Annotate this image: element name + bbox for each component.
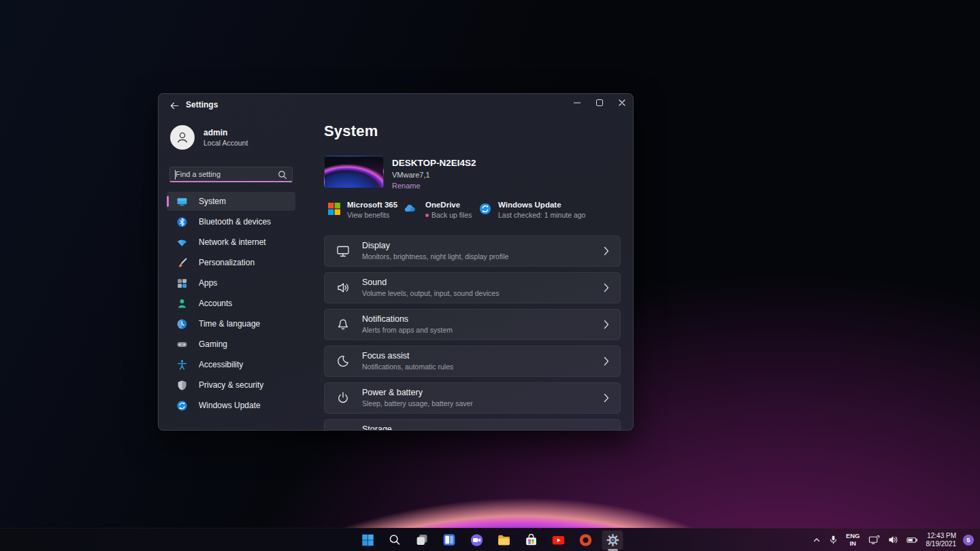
apps-icon <box>176 278 188 289</box>
personalization-icon <box>176 257 188 269</box>
task-view-button[interactable] <box>412 531 433 550</box>
folder-icon <box>496 533 511 548</box>
active-app-indicator <box>608 549 618 551</box>
device-name: DESKTOP-N2EI4S2 <box>392 158 476 168</box>
battery-icon <box>906 536 918 544</box>
sidebar-item-label: Time & language <box>199 319 260 329</box>
row-title: Focus assist <box>362 351 453 361</box>
taskbar-search-button[interactable] <box>385 531 406 550</box>
page-title: System <box>324 122 619 140</box>
account-type: Local Account <box>203 139 248 147</box>
volume-tray-button[interactable] <box>887 531 900 550</box>
time: 12:43 PM <box>926 532 957 540</box>
chevron-right-icon <box>604 430 609 431</box>
row-subtitle: Volume levels, output, input, sound devi… <box>362 289 499 298</box>
store-icon <box>523 533 538 548</box>
microsoft-store-button[interactable] <box>521 531 542 550</box>
card-title: Windows Update <box>498 201 585 209</box>
microsoft-365-card[interactable]: Microsoft 365 View benefits <box>328 201 397 219</box>
sidebar-item-windows-update[interactable]: Windows Update <box>167 396 295 415</box>
display-tray-button[interactable] <box>867 531 881 550</box>
settings-row-display[interactable]: Display Monitors, brightness, night ligh… <box>324 235 621 267</box>
settings-row-notifications[interactable]: Notifications Alerts from apps and syste… <box>324 309 621 340</box>
minimize-icon <box>574 99 581 106</box>
date: 8/19/2021 <box>926 540 957 548</box>
clock[interactable]: 12:43 PM8/19/2021 <box>925 531 958 550</box>
sidebar-item-accounts[interactable]: Accounts <box>167 294 295 313</box>
back-arrow-icon <box>169 101 180 111</box>
system-tray: ENGIN 12:43 PM8/19/2021 5 <box>811 529 977 551</box>
chevron-right-icon <box>604 283 609 293</box>
row-subtitle: Notifications, automatic rules <box>362 363 453 371</box>
sidebar-item-apps[interactable]: Apps <box>167 273 295 293</box>
sidebar-item-label: Windows Update <box>199 401 261 410</box>
start-button[interactable] <box>357 531 378 550</box>
back-button[interactable] <box>165 99 183 112</box>
sidebar-item-gaming[interactable]: Gaming <box>167 335 295 354</box>
account-button[interactable]: admin Local Account <box>170 125 293 150</box>
sidebar-item-privacy-security[interactable]: Privacy & security <box>167 375 295 395</box>
office-button[interactable] <box>575 531 596 550</box>
file-explorer-button[interactable] <box>493 531 514 550</box>
row-subtitle: Monitors, brightness, night light, displ… <box>362 252 508 261</box>
hidden-icons-button[interactable] <box>811 531 822 550</box>
microsoft-logo <box>328 203 340 215</box>
sidebar-item-network-internet[interactable]: Network & internet <box>167 233 295 252</box>
widgets-button[interactable] <box>439 531 460 550</box>
notification-badge[interactable]: 5 <box>963 535 974 546</box>
selected-indicator <box>167 196 169 207</box>
maximize-button[interactable] <box>588 94 610 112</box>
person-icon <box>175 130 190 145</box>
moon-icon <box>336 354 350 369</box>
card-subtitle: Last checked: 1 minute ago <box>498 211 585 219</box>
sidebar-item-label: Network & internet <box>199 237 266 247</box>
language-code: ENG <box>846 533 860 540</box>
titlebar[interactable]: Settings <box>159 94 633 117</box>
row-subtitle: Sleep, battery usage, battery saver <box>362 399 473 408</box>
alert-dot <box>425 214 429 217</box>
gamepad-icon <box>176 339 188 350</box>
settings-row-storage[interactable]: Storage <box>324 419 621 431</box>
windows-update-card[interactable]: Windows Update Last checked: 1 minute ag… <box>479 201 585 219</box>
battery-tray-button[interactable] <box>905 531 919 550</box>
windows-logo-icon <box>360 533 375 548</box>
display-icon <box>868 535 880 545</box>
sidebar-item-personalization[interactable]: Personalization <box>167 253 295 272</box>
settings-row-power-battery[interactable]: Power & battery Sleep, battery usage, ba… <box>324 382 621 414</box>
close-button[interactable] <box>610 94 633 112</box>
sidebar-item-label: Privacy & security <box>199 380 263 390</box>
settings-window: Settings admin Loc <box>158 93 634 431</box>
youtube-button[interactable] <box>548 531 569 550</box>
taskbar-icons <box>357 529 623 551</box>
settings-list: Display Monitors, brightness, night ligh… <box>324 235 621 431</box>
sidebar-item-label: Accessibility <box>199 360 243 369</box>
device-model: VMware7,1 <box>392 171 476 179</box>
settings-row-focus-assist[interactable]: Focus assist Notifications, automatic ru… <box>324 346 621 377</box>
settings-taskbar-button[interactable] <box>602 531 623 550</box>
microphone-tray-button[interactable] <box>828 531 839 550</box>
network-icon <box>176 237 188 248</box>
rename-link[interactable]: Rename <box>392 182 421 190</box>
youtube-icon <box>551 533 566 548</box>
chat-button[interactable] <box>466 531 487 550</box>
sidebar-item-bluetooth-devices[interactable]: Bluetooth & devices <box>167 212 295 231</box>
chevron-right-icon <box>604 393 609 403</box>
language-indicator[interactable]: ENGIN <box>845 531 862 550</box>
sidebar-item-time-language[interactable]: Time & language <box>167 314 295 333</box>
minimize-button[interactable] <box>566 94 588 112</box>
sidebar-item-label: System <box>199 197 226 206</box>
sidebar-item-system[interactable]: System <box>167 192 295 211</box>
settings-row-sound[interactable]: Sound Volume levels, output, input, soun… <box>324 272 621 303</box>
sidebar-item-label: Gaming <box>199 339 227 349</box>
account-name: admin <box>203 128 248 137</box>
sidebar-item-accessibility[interactable]: Accessibility <box>167 355 295 374</box>
onedrive-card[interactable]: OneDrive Back up files <box>404 201 472 219</box>
search-input[interactable] <box>176 167 284 181</box>
accounts-icon <box>176 298 188 310</box>
sidebar-item-label: Accounts <box>199 299 232 308</box>
avatar <box>170 125 195 150</box>
card-title: OneDrive <box>425 201 472 209</box>
taskbar: ENGIN 12:43 PM8/19/2021 5 <box>0 528 980 551</box>
search-box[interactable] <box>169 167 293 182</box>
card-subtitle: View benefits <box>347 211 389 219</box>
